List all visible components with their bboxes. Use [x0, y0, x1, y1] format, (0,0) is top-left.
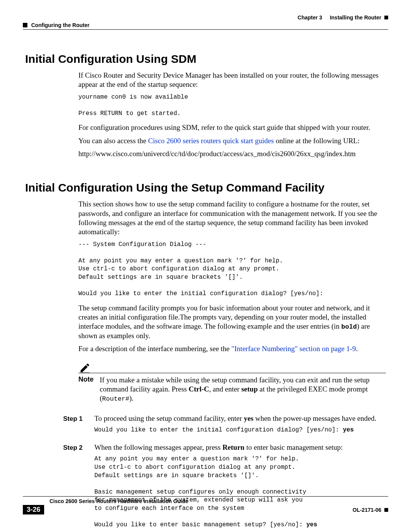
text-fragment: When the following messages appear, pres… [94, 443, 222, 451]
bold-inline: bold [341, 323, 357, 331]
book-title: Cisco 2600 Series Routers Hardware Insta… [49, 498, 388, 504]
user-entry: yes [343, 427, 354, 433]
footer-marker-icon [384, 508, 388, 512]
subheader: Configuring the Router [23, 22, 388, 28]
page-footer: Cisco 2600 Series Routers Hardware Insta… [23, 496, 388, 514]
user-entry: yes [306, 521, 317, 528]
text-fragment: At any point you may enter a question ma… [94, 455, 306, 528]
note-block: Note If you make a mistake while using t… [78, 361, 386, 403]
screen-output: Would you like to enter the initial conf… [94, 426, 386, 435]
keystroke: Ctrl-C [189, 385, 209, 393]
running-header: Chapter 3 Installing the Router [23, 14, 388, 21]
body-text: For configuration procedures using SDM, … [78, 123, 386, 132]
url-text: http://www.cisco.com/univercd/cc/td/doc/… [78, 149, 386, 158]
text-fragment: You can also access the [78, 137, 148, 145]
header-rule [23, 29, 388, 30]
note-text: If you make a mistake while using the se… [100, 375, 386, 403]
step-label: Step 1 [63, 415, 85, 423]
page-number: 3-26 [23, 505, 44, 514]
chapter-prefix: Chapter 3 [298, 14, 322, 21]
step-1: Step 1 To proceed using the setup comman… [63, 414, 386, 440]
body-text: This section shows how to use the setup … [78, 200, 386, 236]
screen-output: --- System Configuration Dialog --- At a… [78, 241, 386, 298]
section-heading-setup: Initial Configuration Using the Setup Co… [25, 181, 386, 194]
body-text: You can also access the Cisco 2600 serie… [78, 136, 386, 145]
step-label: Step 2 [63, 444, 85, 452]
chapter-title: Installing the Router [330, 14, 381, 21]
quick-start-link[interactable]: Cisco 2600 series routers quick start gu… [148, 137, 274, 145]
keystroke: Return [222, 443, 244, 451]
screen-output: At any point you may enter a question ma… [94, 455, 386, 529]
text-fragment: The setup command facility prompts you f… [78, 304, 370, 331]
step-text: To proceed using the setup command facil… [94, 414, 386, 423]
step-text: When the following messages appear, pres… [94, 443, 386, 452]
text-fragment: For a description of the interface numbe… [78, 345, 231, 353]
text-fragment: when the power-up messages have ended. [253, 414, 376, 422]
text-fragment: online at the following URL: [274, 137, 360, 145]
text-fragment: ). [129, 394, 134, 402]
running-section: Configuring the Router [31, 22, 89, 28]
body-text: If Cisco Router and Security Device Mana… [78, 71, 386, 89]
text-fragment: , and enter [209, 385, 241, 393]
section-marker-icon [23, 23, 27, 27]
section-heading-sdm: Initial Configuration Using SDM [25, 53, 386, 66]
note-label: Note [78, 375, 94, 403]
command-name: setup [241, 385, 258, 393]
body-text: The setup command facility prompts you f… [78, 304, 386, 341]
step-2: Step 2 When the following messages appea… [63, 443, 386, 532]
text-fragment: to enter basic management setup: [244, 443, 342, 451]
text-fragment: To proceed using the setup command facil… [94, 414, 244, 422]
router-prompt: Router# [102, 395, 129, 403]
text-fragment: . [356, 345, 358, 353]
note-pencil-icon [78, 361, 91, 374]
body-text: For a description of the interface numbe… [78, 344, 386, 353]
document-number: OL-2171-06 [353, 507, 381, 513]
text-fragment: Would you like to enter the initial conf… [94, 427, 343, 433]
header-marker-icon [384, 16, 388, 19]
interface-numbering-link[interactable]: "Interface Numbering" section on page 1-… [231, 345, 356, 353]
screen-output: yourname con0 is now available Press RET… [78, 93, 386, 118]
user-entry: yes [244, 414, 253, 422]
